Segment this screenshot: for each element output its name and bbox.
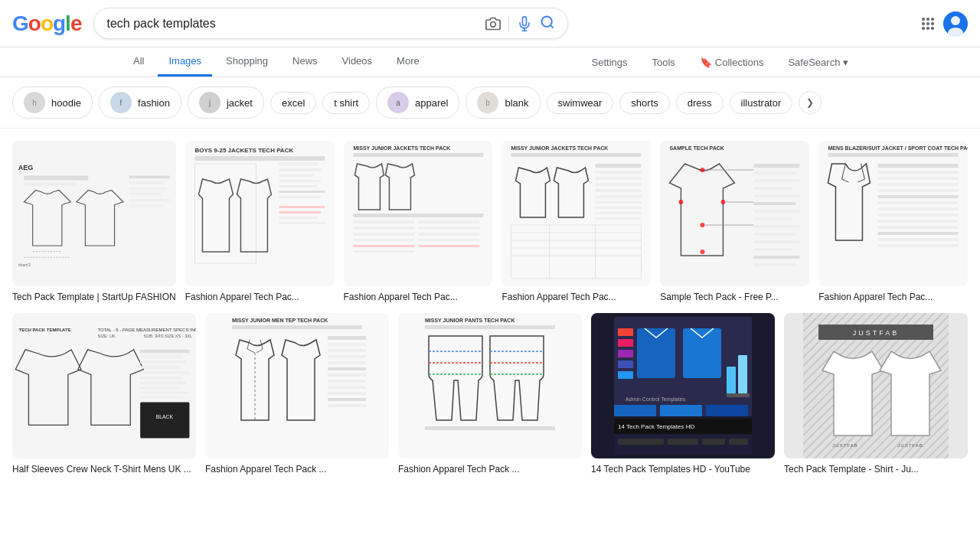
tab-more[interactable]: More: [386, 47, 430, 77]
svg-rect-52: [418, 220, 479, 223]
svg-rect-71: [596, 201, 642, 204]
svg-rect-40: [279, 185, 317, 188]
svg-rect-61: [353, 250, 414, 253]
tab-videos[interactable]: Videos: [332, 47, 384, 77]
svg-rect-94: [754, 179, 800, 182]
svg-rect-95: [754, 187, 792, 190]
svg-rect-74: [596, 217, 642, 220]
svg-rect-138: [140, 392, 189, 394]
image-card-2[interactable]: BOYS 9-25 JACKETS TECH PACK: [185, 141, 335, 304]
chip-hoodie[interactable]: h hoodie: [12, 86, 93, 119]
svg-rect-64: [511, 153, 642, 157]
camera-icon[interactable]: [485, 16, 501, 31]
voice-icon[interactable]: [517, 16, 532, 31]
svg-rect-173: [618, 360, 633, 368]
chip-jacket[interactable]: j jacket: [188, 86, 264, 119]
svg-rect-35: [279, 156, 325, 159]
svg-rect-176: [738, 355, 747, 393]
image-card-9[interactable]: MISSY JUNIOR PANTS TECH PACK: [398, 313, 582, 476]
image-card-1[interactable]: AEG chart/2: [12, 141, 176, 304]
chip-shorts[interactable]: shorts: [619, 92, 669, 114]
image-card-3[interactable]: MISSY JUNIOR JACKETS TECH PACK: [344, 141, 493, 304]
image-card-11[interactable]: JUSTFAB JUSTFAB JUSTFAB Tech Pack Templa…: [784, 313, 968, 476]
search-bar: tech pack templates: [93, 8, 568, 39]
image-card-4[interactable]: MISSY JUNIOR JACKETS TECH PACK: [501, 141, 651, 304]
chip-dress[interactable]: dress: [676, 92, 724, 114]
tab-images[interactable]: Images: [158, 47, 212, 77]
svg-rect-92: [754, 164, 800, 168]
image-card-10[interactable]: Admin Control Templates 14 Tech Pack Tem…: [591, 313, 775, 476]
svg-rect-186: [668, 439, 698, 445]
svg-rect-41: [279, 191, 325, 193]
tab-news[interactable]: News: [282, 47, 328, 77]
svg-rect-66: [596, 171, 642, 174]
svg-rect-121: [878, 238, 959, 241]
settings-link[interactable]: Settings: [583, 49, 637, 76]
svg-text:chart/2: chart/2: [18, 263, 31, 267]
tab-all[interactable]: All: [122, 47, 155, 77]
svg-rect-101: [754, 233, 796, 236]
chip-fashion[interactable]: f fashion: [99, 86, 181, 119]
svg-rect-97: [754, 202, 796, 205]
safesearch-link[interactable]: SafeSearch ▾: [779, 49, 858, 76]
image-card-8[interactable]: MISSY JUNIOR MEN TEP TECH PACK: [205, 313, 389, 476]
svg-rect-93: [754, 171, 796, 175]
svg-point-85: [679, 200, 684, 204]
svg-rect-133: [140, 366, 179, 368]
tab-shopping[interactable]: Shopping: [215, 47, 279, 77]
svg-rect-96: [754, 194, 800, 197]
chip-swimwear[interactable]: swimwear: [547, 92, 614, 114]
chip-tshirt[interactable]: t shirt: [322, 92, 370, 114]
svg-text:a: a: [396, 99, 400, 107]
collections-link[interactable]: 🔖 Collections: [691, 49, 773, 76]
image-card-6[interactable]: MENS BLAZER/SUIT JACKET / SPORT COAT TEC…: [818, 141, 968, 304]
svg-rect-72: [596, 207, 642, 209]
chips-next-arrow[interactable]: ❯: [799, 91, 822, 114]
svg-rect-18: [12, 158, 176, 269]
grid-apps-icon[interactable]: [922, 18, 934, 30]
chip-apparel[interactable]: a apparel: [376, 86, 459, 119]
svg-rect-158: [425, 325, 555, 329]
svg-text:14 Tech Pack Templates HD: 14 Tech Pack Templates HD: [618, 423, 694, 430]
image-card-5[interactable]: SAMPLE TECH PACK: [660, 141, 809, 304]
svg-rect-73: [596, 212, 642, 214]
svg-rect-111: [878, 177, 959, 180]
svg-rect-137: [140, 387, 179, 390]
svg-rect-42: [279, 196, 321, 198]
chip-illustrator[interactable]: illustrator: [730, 92, 793, 114]
svg-rect-149: [328, 367, 366, 370]
svg-text:MISSY JUNIOR JACKETS TECH PACK: MISSY JUNIOR JACKETS TECH PACK: [511, 145, 609, 151]
avatar[interactable]: [943, 11, 968, 36]
svg-rect-46: [279, 222, 325, 224]
svg-point-86: [721, 200, 726, 204]
tools-link[interactable]: Tools: [643, 49, 684, 76]
nav-right: Settings Tools 🔖 Collections SafeSearch …: [583, 49, 858, 76]
svg-text:MISSY JUNIOR MEN TEP TECH PACK: MISSY JUNIOR MEN TEP TECH PACK: [232, 318, 328, 323]
svg-rect-26: [129, 181, 165, 184]
image-card-7[interactable]: TECH PACK TEMPLATE TOTAL - 5 - PAGE MEAS…: [12, 313, 196, 476]
image-row-2: TECH PACK TEMPLATE TOTAL - 5 - PAGE MEAS…: [12, 313, 968, 476]
svg-rect-155: [328, 404, 366, 407]
svg-rect-172: [618, 350, 633, 357]
svg-rect-156: [417, 313, 563, 458]
svg-point-6: [951, 16, 960, 25]
nav-tabs: All Images Shopping News Videos More Set…: [0, 47, 980, 77]
svg-rect-187: [702, 439, 725, 445]
image-label-4: Fashion Apparel Tech Pac...: [501, 291, 651, 304]
search-input[interactable]: tech pack templates: [106, 17, 478, 31]
chevron-right-icon: ❯: [806, 97, 814, 108]
chip-excel[interactable]: excel: [270, 92, 316, 114]
google-logo[interactable]: Google: [12, 11, 81, 36]
svg-rect-144: [328, 336, 366, 340]
chip-blank[interactable]: b blank: [466, 86, 540, 119]
svg-rect-100: [754, 225, 800, 228]
svg-rect-30: [129, 205, 165, 207]
svg-rect-105: [754, 263, 796, 266]
chip-tshirt-label: t shirt: [334, 97, 358, 109]
svg-rect-188: [729, 439, 748, 445]
chip-hoodie-label: hoodie: [51, 97, 81, 109]
svg-rect-108: [828, 153, 959, 157]
svg-rect-148: [328, 361, 366, 364]
svg-rect-139: [140, 396, 183, 399]
search-button[interactable]: [540, 15, 555, 32]
